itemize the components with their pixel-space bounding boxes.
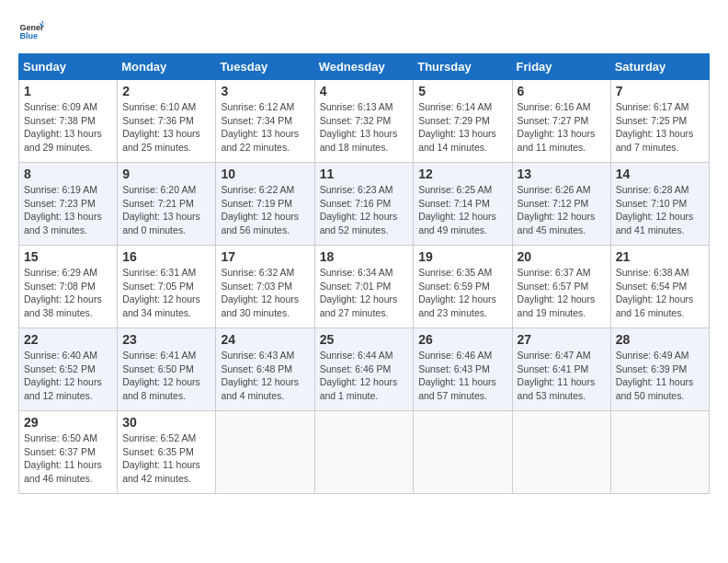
day-info: Sunrise: 6:50 AM Sunset: 6:37 PM Dayligh…	[24, 431, 112, 486]
day-info: Sunrise: 6:43 AM Sunset: 6:48 PM Dayligh…	[221, 349, 309, 403]
calendar-cell: 23Sunrise: 6:41 AM Sunset: 6:50 PM Dayli…	[118, 328, 216, 411]
day-info: Sunrise: 6:44 AM Sunset: 6:46 PM Dayligh…	[320, 349, 409, 403]
day-info: Sunrise: 6:20 AM Sunset: 7:21 PM Dayligh…	[122, 183, 210, 237]
calendar-cell	[610, 411, 709, 494]
calendar-cell: 17Sunrise: 6:32 AM Sunset: 7:03 PM Dayli…	[216, 246, 314, 328]
day-info: Sunrise: 6:10 AM Sunset: 7:36 PM Dayligh…	[122, 100, 210, 155]
day-info: Sunrise: 6:13 AM Sunset: 7:32 PM Dayligh…	[320, 100, 409, 155]
day-number: 3	[221, 84, 309, 98]
day-number: 27	[518, 332, 606, 347]
calendar-week-row: 22Sunrise: 6:40 AM Sunset: 6:52 PM Dayli…	[19, 328, 710, 411]
calendar-cell: 24Sunrise: 6:43 AM Sunset: 6:48 PM Dayli…	[216, 328, 314, 411]
header-sunday: Sunday	[19, 54, 118, 80]
day-info: Sunrise: 6:49 AM Sunset: 6:39 PM Dayligh…	[616, 349, 704, 403]
calendar-cell	[314, 411, 414, 494]
day-number: 12	[418, 167, 506, 181]
day-info: Sunrise: 6:35 AM Sunset: 6:59 PM Dayligh…	[418, 266, 506, 320]
day-info: Sunrise: 6:47 AM Sunset: 6:41 PM Dayligh…	[518, 349, 606, 403]
day-number: 7	[616, 84, 704, 98]
calendar-cell: 3Sunrise: 6:12 AM Sunset: 7:34 PM Daylig…	[216, 80, 314, 163]
calendar-cell: 6Sunrise: 6:16 AM Sunset: 7:27 PM Daylig…	[512, 80, 610, 163]
day-number: 15	[24, 249, 112, 264]
calendar-table: SundayMondayTuesdayWednesdayThursdayFrid…	[18, 53, 710, 494]
calendar-week-row: 1Sunrise: 6:09 AM Sunset: 7:38 PM Daylig…	[19, 80, 710, 163]
day-number: 5	[418, 84, 506, 98]
day-info: Sunrise: 6:25 AM Sunset: 7:14 PM Dayligh…	[418, 183, 506, 237]
day-info: Sunrise: 6:37 AM Sunset: 6:57 PM Dayligh…	[518, 266, 606, 320]
calendar-cell: 8Sunrise: 6:19 AM Sunset: 7:23 PM Daylig…	[19, 163, 118, 246]
day-info: Sunrise: 6:52 AM Sunset: 6:35 PM Dayligh…	[122, 431, 210, 486]
day-number: 17	[221, 249, 309, 264]
day-number: 20	[518, 249, 606, 264]
calendar-cell	[414, 411, 512, 494]
calendar-cell	[216, 411, 314, 494]
day-number: 23	[122, 332, 210, 347]
calendar-cell: 1Sunrise: 6:09 AM Sunset: 7:38 PM Daylig…	[19, 80, 118, 163]
calendar-week-row: 8Sunrise: 6:19 AM Sunset: 7:23 PM Daylig…	[19, 163, 710, 246]
day-info: Sunrise: 6:19 AM Sunset: 7:23 PM Dayligh…	[24, 183, 112, 237]
day-info: Sunrise: 6:46 AM Sunset: 6:43 PM Dayligh…	[418, 349, 506, 403]
header-tuesday: Tuesday	[216, 54, 314, 80]
calendar-cell: 20Sunrise: 6:37 AM Sunset: 6:57 PM Dayli…	[512, 246, 610, 328]
day-number: 6	[518, 84, 606, 98]
calendar-cell: 11Sunrise: 6:23 AM Sunset: 7:16 PM Dayli…	[314, 163, 414, 246]
calendar-cell: 12Sunrise: 6:25 AM Sunset: 7:14 PM Dayli…	[414, 163, 512, 246]
day-info: Sunrise: 6:09 AM Sunset: 7:38 PM Dayligh…	[24, 100, 112, 155]
day-info: Sunrise: 6:32 AM Sunset: 7:03 PM Dayligh…	[221, 266, 309, 320]
day-number: 10	[221, 167, 309, 181]
svg-text:Blue: Blue	[19, 31, 38, 40]
calendar-cell: 13Sunrise: 6:26 AM Sunset: 7:12 PM Dayli…	[512, 163, 610, 246]
header-saturday: Saturday	[610, 54, 709, 80]
calendar-cell: 21Sunrise: 6:38 AM Sunset: 6:54 PM Dayli…	[610, 246, 709, 328]
logo-icon: General Blue	[18, 18, 44, 44]
day-number: 4	[320, 84, 409, 98]
header-monday: Monday	[118, 54, 216, 80]
day-info: Sunrise: 6:31 AM Sunset: 7:05 PM Dayligh…	[122, 266, 210, 320]
calendar-cell: 10Sunrise: 6:22 AM Sunset: 7:19 PM Dayli…	[216, 163, 314, 246]
calendar-cell: 7Sunrise: 6:17 AM Sunset: 7:25 PM Daylig…	[610, 80, 709, 163]
day-number: 13	[518, 167, 606, 181]
day-number: 2	[122, 84, 210, 98]
calendar-cell: 27Sunrise: 6:47 AM Sunset: 6:41 PM Dayli…	[512, 328, 610, 411]
day-number: 14	[616, 167, 704, 181]
day-info: Sunrise: 6:26 AM Sunset: 7:12 PM Dayligh…	[518, 183, 606, 237]
calendar-cell: 25Sunrise: 6:44 AM Sunset: 6:46 PM Dayli…	[314, 328, 414, 411]
header-wednesday: Wednesday	[314, 54, 414, 80]
calendar-cell: 19Sunrise: 6:35 AM Sunset: 6:59 PM Dayli…	[414, 246, 512, 328]
day-number: 21	[616, 249, 704, 264]
calendar-cell: 14Sunrise: 6:28 AM Sunset: 7:10 PM Dayli…	[610, 163, 709, 246]
calendar-cell: 28Sunrise: 6:49 AM Sunset: 6:39 PM Dayli…	[610, 328, 709, 411]
day-number: 9	[122, 167, 210, 181]
day-number: 29	[24, 415, 112, 430]
day-number: 28	[616, 332, 704, 347]
page-header: General Blue	[18, 18, 710, 44]
calendar-week-row: 29Sunrise: 6:50 AM Sunset: 6:37 PM Dayli…	[19, 411, 710, 494]
day-number: 1	[24, 84, 112, 98]
calendar-cell: 9Sunrise: 6:20 AM Sunset: 7:21 PM Daylig…	[118, 163, 216, 246]
header-thursday: Thursday	[414, 54, 512, 80]
day-number: 26	[418, 332, 506, 347]
day-number: 8	[24, 167, 112, 181]
day-info: Sunrise: 6:40 AM Sunset: 6:52 PM Dayligh…	[24, 349, 112, 403]
day-number: 30	[122, 415, 210, 430]
day-number: 24	[221, 332, 309, 347]
day-info: Sunrise: 6:17 AM Sunset: 7:25 PM Dayligh…	[616, 100, 704, 155]
calendar-cell: 29Sunrise: 6:50 AM Sunset: 6:37 PM Dayli…	[19, 411, 118, 494]
day-number: 11	[320, 167, 409, 181]
calendar-cell: 30Sunrise: 6:52 AM Sunset: 6:35 PM Dayli…	[118, 411, 216, 494]
day-info: Sunrise: 6:22 AM Sunset: 7:19 PM Dayligh…	[221, 183, 309, 237]
calendar-cell	[512, 411, 610, 494]
calendar-cell: 22Sunrise: 6:40 AM Sunset: 6:52 PM Dayli…	[19, 328, 118, 411]
calendar-week-row: 15Sunrise: 6:29 AM Sunset: 7:08 PM Dayli…	[19, 246, 710, 328]
day-info: Sunrise: 6:38 AM Sunset: 6:54 PM Dayligh…	[616, 266, 704, 320]
logo: General Blue	[18, 18, 48, 44]
day-info: Sunrise: 6:29 AM Sunset: 7:08 PM Dayligh…	[24, 266, 112, 320]
calendar-cell: 15Sunrise: 6:29 AM Sunset: 7:08 PM Dayli…	[19, 246, 118, 328]
calendar-cell: 5Sunrise: 6:14 AM Sunset: 7:29 PM Daylig…	[414, 80, 512, 163]
day-info: Sunrise: 6:28 AM Sunset: 7:10 PM Dayligh…	[616, 183, 704, 237]
calendar-header-row: SundayMondayTuesdayWednesdayThursdayFrid…	[19, 54, 710, 80]
day-number: 18	[320, 249, 409, 264]
day-info: Sunrise: 6:34 AM Sunset: 7:01 PM Dayligh…	[320, 266, 409, 320]
calendar-cell: 16Sunrise: 6:31 AM Sunset: 7:05 PM Dayli…	[118, 246, 216, 328]
calendar-cell: 4Sunrise: 6:13 AM Sunset: 7:32 PM Daylig…	[314, 80, 414, 163]
